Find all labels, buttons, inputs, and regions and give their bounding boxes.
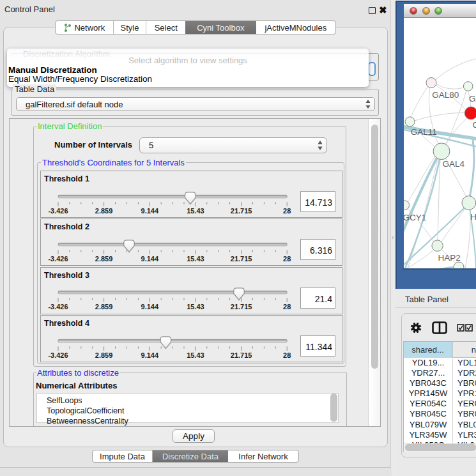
svg-text:9.144: 9.144: [141, 255, 159, 263]
svg-text:HA: HA: [470, 212, 476, 222]
svg-text:15.43: 15.43: [187, 351, 204, 359]
svg-text:28: 28: [283, 255, 291, 263]
svg-text:-3.426: -3.426: [48, 207, 68, 215]
svg-text:9.144: 9.144: [141, 207, 159, 215]
svg-text:-3.426: -3.426: [48, 255, 68, 263]
svg-text:21.715: 21.715: [231, 303, 252, 311]
svg-text:15.43: 15.43: [187, 303, 204, 311]
svg-text:2.859: 2.859: [95, 207, 113, 215]
svg-text:GAL4: GAL4: [442, 159, 464, 169]
svg-text:GAL11: GAL11: [411, 127, 437, 137]
svg-text:GCY1: GCY1: [404, 213, 426, 222]
svg-text:9.144: 9.144: [141, 351, 159, 359]
svg-text:-3.426: -3.426: [48, 303, 68, 311]
svg-text:28: 28: [283, 303, 291, 311]
svg-text:GA: GA: [469, 94, 476, 104]
svg-text:21.715: 21.715: [231, 351, 252, 359]
svg-text:15.43: 15.43: [187, 207, 204, 215]
svg-text:-3.426: -3.426: [48, 351, 68, 359]
svg-text:9.144: 9.144: [141, 303, 159, 311]
svg-text:28: 28: [283, 207, 291, 215]
svg-text:15.43: 15.43: [187, 255, 204, 263]
svg-text:CY: CY: [472, 120, 476, 130]
svg-text:2.859: 2.859: [95, 255, 113, 263]
svg-text:21.715: 21.715: [231, 207, 252, 215]
svg-text:2.859: 2.859: [95, 303, 113, 311]
svg-text:2.859: 2.859: [95, 351, 113, 359]
svg-text:21.715: 21.715: [231, 255, 252, 263]
svg-text:HAP2: HAP2: [438, 253, 460, 263]
svg-text:28: 28: [283, 351, 291, 359]
svg-text:GAL80: GAL80: [432, 90, 459, 100]
